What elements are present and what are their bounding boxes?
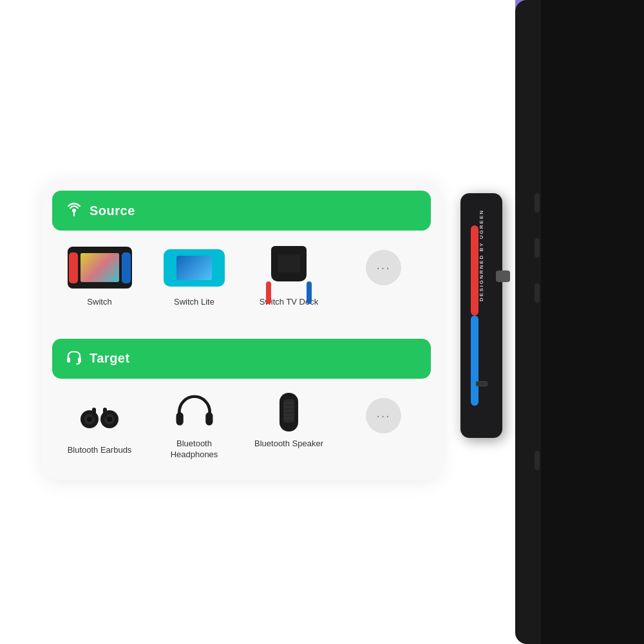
target-item-more[interactable]: ···	[342, 392, 426, 460]
device-panel	[515, 0, 644, 644]
device-red-bar	[471, 225, 478, 316]
svg-rect-13	[176, 412, 183, 426]
target-item-earbuds[interactable]: Blutooth Earbuds	[58, 392, 142, 460]
dock-joy-right	[307, 281, 312, 304]
switch-tv-dock-image	[254, 243, 325, 292]
side-button-4[interactable]	[535, 451, 540, 470]
source-more-button[interactable]: ···	[366, 250, 401, 285]
switch-lite-icon	[164, 249, 225, 287]
switch-joy-left	[69, 252, 78, 283]
dock-joy-left	[266, 281, 271, 304]
ui-card: Source Switch	[42, 180, 441, 480]
device-panel-inner	[541, 0, 644, 644]
target-section-header: Target	[52, 339, 431, 379]
side-button-3[interactable]	[535, 283, 540, 303]
earbuds-icon	[75, 395, 124, 437]
target-more-image: ···	[348, 392, 419, 440]
switch-lite-screen	[176, 256, 212, 280]
switch-console-icon	[68, 247, 132, 289]
switch-label: Switch	[87, 297, 111, 308]
target-more-button[interactable]: ···	[366, 398, 401, 433]
svg-point-11	[107, 417, 112, 422]
source-more-image: ···	[348, 243, 419, 292]
device-blue-bar	[471, 316, 478, 406]
device-usbc-connector	[496, 270, 510, 282]
headphones-image	[172, 392, 217, 433]
svg-rect-2	[67, 357, 70, 363]
dock-body	[271, 246, 307, 281]
device-port	[476, 381, 488, 386]
bottom-padding	[42, 473, 441, 480]
target-items-grid: Blutooth Earbuds Bluetooth Headphones	[42, 379, 441, 473]
source-item-switch-lite[interactable]: Switch Lite	[153, 243, 236, 308]
target-item-headphones[interactable]: Bluetooth Headphones	[153, 392, 236, 460]
dock-console	[278, 254, 300, 272]
switch-screen	[80, 253, 119, 282]
switch-lite-label: Switch Lite	[174, 297, 214, 308]
device-brand-text: DESIGNRNED BY UGREEN	[478, 209, 484, 301]
svg-rect-14	[205, 412, 213, 426]
svg-rect-8	[92, 408, 96, 418]
section-divider	[42, 321, 441, 328]
svg-rect-12	[103, 408, 107, 418]
switch-image	[64, 243, 135, 292]
source-item-switch-tv-dock[interactable]: Switch TV Dock	[247, 243, 331, 308]
earbuds-image	[64, 392, 135, 440]
svg-point-4	[77, 363, 79, 365]
speaker-icon	[274, 390, 303, 434]
switch-joy-right	[122, 252, 131, 283]
switch-tv-dock-icon	[267, 246, 312, 290]
switch-lite-image	[159, 243, 230, 292]
source-items-grid: Switch Switch Lite	[42, 231, 441, 321]
speaker-label: Bluetooth Speaker	[254, 439, 323, 450]
source-title: Source	[90, 204, 135, 218]
svg-point-7	[87, 417, 92, 422]
target-title: Target	[90, 351, 130, 366]
side-button-2[interactable]	[535, 238, 540, 258]
target-item-speaker[interactable]: Bluetooth Speaker	[247, 392, 331, 460]
source-item-switch[interactable]: Switch	[58, 243, 142, 308]
earbuds-label: Blutooth Earbuds	[68, 445, 132, 456]
headphones-icon	[172, 390, 217, 434]
dock-wrapper	[271, 246, 307, 281]
headphone-icon	[65, 348, 83, 370]
broadcast-icon	[65, 200, 83, 222]
source-item-more[interactable]: ···	[342, 243, 426, 308]
source-section-header: Source	[52, 191, 431, 231]
speaker-image	[273, 392, 305, 433]
bluetooth-dongle: DESIGNRNED BY UGREEN	[460, 193, 502, 438]
headphones-label: Bluetooth Headphones	[153, 439, 236, 460]
side-button-1[interactable]	[535, 193, 540, 213]
main-container: DESIGNRNED BY UGREEN Source	[0, 0, 644, 644]
switch-screen-content	[80, 253, 119, 282]
